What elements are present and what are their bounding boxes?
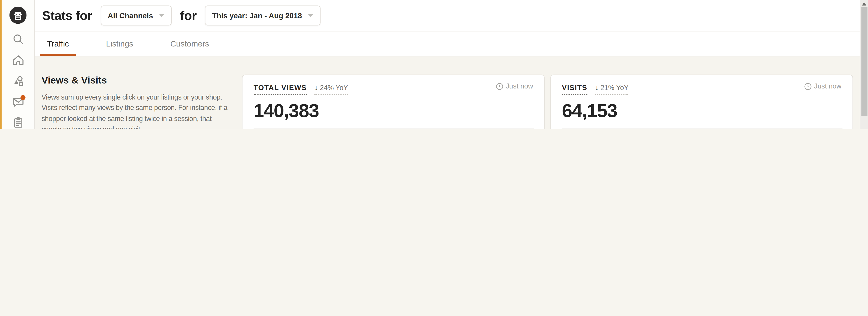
area-chart — [562, 125, 843, 129]
scrollbar-thumb[interactable] — [861, 7, 867, 116]
arrow-down-icon: ↓ — [595, 84, 598, 92]
visits-card: VISITS ↓ 21% YoY Just now 64,153 20,000 — [550, 75, 853, 129]
etsy-shop-manager-stats-page: E S Stats for All Channels for This year… — [0, 0, 868, 129]
home-icon — [11, 53, 25, 68]
page-title: Stats for — [42, 8, 92, 23]
shop-manager-logo-icon[interactable] — [9, 6, 27, 24]
main-area: Stats for All Channels for This year: Ja… — [35, 0, 868, 129]
period-select[interactable]: This year: Jan - Aug 2018 — [205, 5, 321, 25]
clock-icon — [496, 82, 503, 90]
area-chart — [254, 125, 534, 129]
visits-value: 64,153 — [562, 100, 842, 121]
clipboard-icon — [11, 115, 25, 129]
traffic-cards: TOTAL VIEWS ↓ 24% YoY Just now 140,383 3… — [242, 75, 861, 129]
tab-traffic[interactable]: Traffic — [40, 32, 76, 56]
card-updated: Just now — [496, 82, 533, 90]
views-visits-intro: Views & Visits Views sum up every single… — [41, 75, 242, 129]
sidebar-item-home[interactable] — [2, 50, 34, 71]
channel-select-value: All Channels — [108, 11, 153, 20]
search-icon — [11, 33, 25, 47]
views-visits-section: Views & Visits Views sum up every single… — [41, 75, 862, 129]
sidebar-nav — [2, 29, 34, 129]
connector-text: for — [180, 8, 197, 23]
tab-customers[interactable]: Customers — [163, 32, 216, 56]
sidebar-item-search[interactable] — [2, 29, 34, 50]
arrow-down-icon: ↓ — [315, 84, 318, 92]
section-description: Views sum up every single click on your … — [41, 92, 229, 129]
card-updated: Just now — [804, 82, 842, 90]
total-views-card: TOTAL VIEWS ↓ 24% YoY Just now 140,383 3… — [242, 75, 545, 129]
scrollbar-up-arrow-icon[interactable] — [862, 2, 866, 6]
yoy-change[interactable]: ↓ 24% YoY — [315, 84, 348, 95]
card-title-total-views[interactable]: TOTAL VIEWS — [254, 83, 307, 95]
period-select-value: This year: Jan - Aug 2018 — [212, 11, 302, 20]
shapes-icon — [11, 74, 25, 89]
stats-content: Views & Visits Views sum up every single… — [35, 57, 868, 129]
clock-icon — [804, 82, 811, 90]
yoy-change[interactable]: ↓ 21% YoY — [595, 84, 629, 95]
sidebar: E S — [2, 0, 35, 129]
window-edge-stripe — [0, 0, 2, 129]
visits-chart[interactable]: 20,000 Jan 1, 2018 Aug 1, 2018 — [562, 125, 842, 129]
sidebar-item-orders[interactable] — [2, 112, 34, 129]
tab-listings[interactable]: Listings — [99, 32, 141, 56]
total-views-value: 140,383 — [254, 100, 533, 121]
channel-select[interactable]: All Channels — [101, 5, 172, 25]
stats-tabbar: Traffic Listings Customers — [35, 32, 868, 57]
sidebar-item-listings[interactable] — [2, 71, 34, 92]
vertical-scrollbar[interactable] — [860, 0, 868, 129]
sidebar-item-messages[interactable] — [2, 92, 34, 112]
card-title-visits[interactable]: VISITS — [562, 83, 587, 95]
section-heading: Views & Visits — [41, 75, 229, 86]
chevron-down-icon — [159, 14, 164, 17]
total-views-chart[interactable]: 30,000 Jan 1, 2018 Aug 1, 2018 — [254, 125, 533, 129]
stats-header: Stats for All Channels for This year: Ja… — [35, 0, 868, 32]
chevron-down-icon — [308, 14, 313, 17]
